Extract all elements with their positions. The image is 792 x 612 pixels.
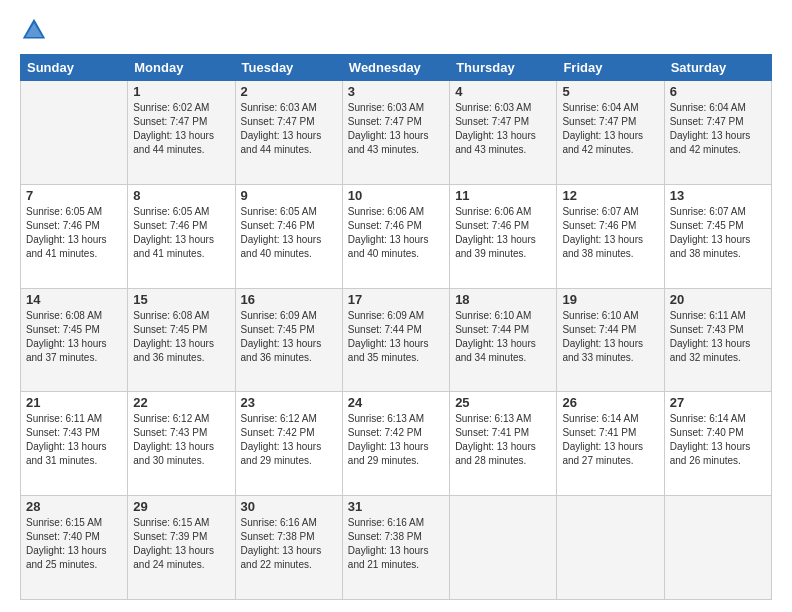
day-info: Sunrise: 6:16 AMSunset: 7:38 PMDaylight:…: [241, 516, 337, 572]
day-number: 15: [133, 292, 229, 307]
calendar-cell: 23Sunrise: 6:12 AMSunset: 7:42 PMDayligh…: [235, 392, 342, 496]
day-info: Sunrise: 6:05 AMSunset: 7:46 PMDaylight:…: [26, 205, 122, 261]
logo-icon: [20, 16, 48, 44]
day-number: 10: [348, 188, 444, 203]
day-number: 12: [562, 188, 658, 203]
day-info: Sunrise: 6:15 AMSunset: 7:40 PMDaylight:…: [26, 516, 122, 572]
header: [20, 16, 772, 44]
day-info: Sunrise: 6:06 AMSunset: 7:46 PMDaylight:…: [455, 205, 551, 261]
day-number: 19: [562, 292, 658, 307]
day-number: 24: [348, 395, 444, 410]
calendar-cell: 10Sunrise: 6:06 AMSunset: 7:46 PMDayligh…: [342, 184, 449, 288]
day-info: Sunrise: 6:03 AMSunset: 7:47 PMDaylight:…: [241, 101, 337, 157]
calendar-cell: [450, 496, 557, 600]
day-number: 9: [241, 188, 337, 203]
calendar-week-2: 7Sunrise: 6:05 AMSunset: 7:46 PMDaylight…: [21, 184, 772, 288]
day-number: 28: [26, 499, 122, 514]
day-info: Sunrise: 6:03 AMSunset: 7:47 PMDaylight:…: [455, 101, 551, 157]
calendar-cell: 24Sunrise: 6:13 AMSunset: 7:42 PMDayligh…: [342, 392, 449, 496]
logo: [20, 16, 52, 44]
calendar-cell: 5Sunrise: 6:04 AMSunset: 7:47 PMDaylight…: [557, 81, 664, 185]
day-info: Sunrise: 6:10 AMSunset: 7:44 PMDaylight:…: [562, 309, 658, 365]
day-number: 23: [241, 395, 337, 410]
calendar-cell: 8Sunrise: 6:05 AMSunset: 7:46 PMDaylight…: [128, 184, 235, 288]
day-info: Sunrise: 6:10 AMSunset: 7:44 PMDaylight:…: [455, 309, 551, 365]
day-info: Sunrise: 6:06 AMSunset: 7:46 PMDaylight:…: [348, 205, 444, 261]
day-number: 3: [348, 84, 444, 99]
calendar-table: SundayMondayTuesdayWednesdayThursdayFrid…: [20, 54, 772, 600]
day-number: 5: [562, 84, 658, 99]
calendar-cell: 27Sunrise: 6:14 AMSunset: 7:40 PMDayligh…: [664, 392, 771, 496]
calendar-cell: 21Sunrise: 6:11 AMSunset: 7:43 PMDayligh…: [21, 392, 128, 496]
col-header-sunday: Sunday: [21, 55, 128, 81]
calendar-cell: 16Sunrise: 6:09 AMSunset: 7:45 PMDayligh…: [235, 288, 342, 392]
calendar-cell: 4Sunrise: 6:03 AMSunset: 7:47 PMDaylight…: [450, 81, 557, 185]
calendar-cell: 22Sunrise: 6:12 AMSunset: 7:43 PMDayligh…: [128, 392, 235, 496]
calendar-cell: 3Sunrise: 6:03 AMSunset: 7:47 PMDaylight…: [342, 81, 449, 185]
day-number: 18: [455, 292, 551, 307]
calendar-week-1: 1Sunrise: 6:02 AMSunset: 7:47 PMDaylight…: [21, 81, 772, 185]
calendar-cell: 26Sunrise: 6:14 AMSunset: 7:41 PMDayligh…: [557, 392, 664, 496]
day-info: Sunrise: 6:11 AMSunset: 7:43 PMDaylight:…: [670, 309, 766, 365]
calendar-cell: 6Sunrise: 6:04 AMSunset: 7:47 PMDaylight…: [664, 81, 771, 185]
day-info: Sunrise: 6:02 AMSunset: 7:47 PMDaylight:…: [133, 101, 229, 157]
day-number: 16: [241, 292, 337, 307]
calendar-cell: 13Sunrise: 6:07 AMSunset: 7:45 PMDayligh…: [664, 184, 771, 288]
calendar-week-4: 21Sunrise: 6:11 AMSunset: 7:43 PMDayligh…: [21, 392, 772, 496]
day-number: 8: [133, 188, 229, 203]
calendar-cell: [557, 496, 664, 600]
calendar-header-row: SundayMondayTuesdayWednesdayThursdayFrid…: [21, 55, 772, 81]
day-number: 6: [670, 84, 766, 99]
day-number: 26: [562, 395, 658, 410]
calendar-cell: 19Sunrise: 6:10 AMSunset: 7:44 PMDayligh…: [557, 288, 664, 392]
day-number: 17: [348, 292, 444, 307]
day-number: 11: [455, 188, 551, 203]
calendar-cell: 14Sunrise: 6:08 AMSunset: 7:45 PMDayligh…: [21, 288, 128, 392]
col-header-monday: Monday: [128, 55, 235, 81]
col-header-wednesday: Wednesday: [342, 55, 449, 81]
day-info: Sunrise: 6:08 AMSunset: 7:45 PMDaylight:…: [26, 309, 122, 365]
calendar-cell: 2Sunrise: 6:03 AMSunset: 7:47 PMDaylight…: [235, 81, 342, 185]
day-info: Sunrise: 6:12 AMSunset: 7:42 PMDaylight:…: [241, 412, 337, 468]
day-number: 31: [348, 499, 444, 514]
calendar-cell: 25Sunrise: 6:13 AMSunset: 7:41 PMDayligh…: [450, 392, 557, 496]
calendar-cell: 11Sunrise: 6:06 AMSunset: 7:46 PMDayligh…: [450, 184, 557, 288]
calendar-week-3: 14Sunrise: 6:08 AMSunset: 7:45 PMDayligh…: [21, 288, 772, 392]
day-info: Sunrise: 6:12 AMSunset: 7:43 PMDaylight:…: [133, 412, 229, 468]
calendar-cell: 17Sunrise: 6:09 AMSunset: 7:44 PMDayligh…: [342, 288, 449, 392]
calendar-cell: [664, 496, 771, 600]
day-info: Sunrise: 6:13 AMSunset: 7:41 PMDaylight:…: [455, 412, 551, 468]
day-number: 1: [133, 84, 229, 99]
day-info: Sunrise: 6:03 AMSunset: 7:47 PMDaylight:…: [348, 101, 444, 157]
col-header-saturday: Saturday: [664, 55, 771, 81]
calendar-cell: 18Sunrise: 6:10 AMSunset: 7:44 PMDayligh…: [450, 288, 557, 392]
calendar-cell: 30Sunrise: 6:16 AMSunset: 7:38 PMDayligh…: [235, 496, 342, 600]
day-number: 2: [241, 84, 337, 99]
day-info: Sunrise: 6:05 AMSunset: 7:46 PMDaylight:…: [241, 205, 337, 261]
calendar-cell: 31Sunrise: 6:16 AMSunset: 7:38 PMDayligh…: [342, 496, 449, 600]
day-info: Sunrise: 6:05 AMSunset: 7:46 PMDaylight:…: [133, 205, 229, 261]
day-number: 14: [26, 292, 122, 307]
day-number: 7: [26, 188, 122, 203]
day-info: Sunrise: 6:11 AMSunset: 7:43 PMDaylight:…: [26, 412, 122, 468]
calendar-cell: 7Sunrise: 6:05 AMSunset: 7:46 PMDaylight…: [21, 184, 128, 288]
day-info: Sunrise: 6:09 AMSunset: 7:45 PMDaylight:…: [241, 309, 337, 365]
day-info: Sunrise: 6:08 AMSunset: 7:45 PMDaylight:…: [133, 309, 229, 365]
calendar-cell: 29Sunrise: 6:15 AMSunset: 7:39 PMDayligh…: [128, 496, 235, 600]
day-info: Sunrise: 6:07 AMSunset: 7:45 PMDaylight:…: [670, 205, 766, 261]
day-info: Sunrise: 6:14 AMSunset: 7:41 PMDaylight:…: [562, 412, 658, 468]
page: SundayMondayTuesdayWednesdayThursdayFrid…: [0, 0, 792, 612]
day-number: 29: [133, 499, 229, 514]
col-header-thursday: Thursday: [450, 55, 557, 81]
day-number: 21: [26, 395, 122, 410]
calendar-cell: [21, 81, 128, 185]
day-number: 13: [670, 188, 766, 203]
day-info: Sunrise: 6:04 AMSunset: 7:47 PMDaylight:…: [562, 101, 658, 157]
day-number: 27: [670, 395, 766, 410]
day-info: Sunrise: 6:09 AMSunset: 7:44 PMDaylight:…: [348, 309, 444, 365]
day-number: 25: [455, 395, 551, 410]
calendar-week-5: 28Sunrise: 6:15 AMSunset: 7:40 PMDayligh…: [21, 496, 772, 600]
day-info: Sunrise: 6:16 AMSunset: 7:38 PMDaylight:…: [348, 516, 444, 572]
day-number: 30: [241, 499, 337, 514]
day-info: Sunrise: 6:04 AMSunset: 7:47 PMDaylight:…: [670, 101, 766, 157]
